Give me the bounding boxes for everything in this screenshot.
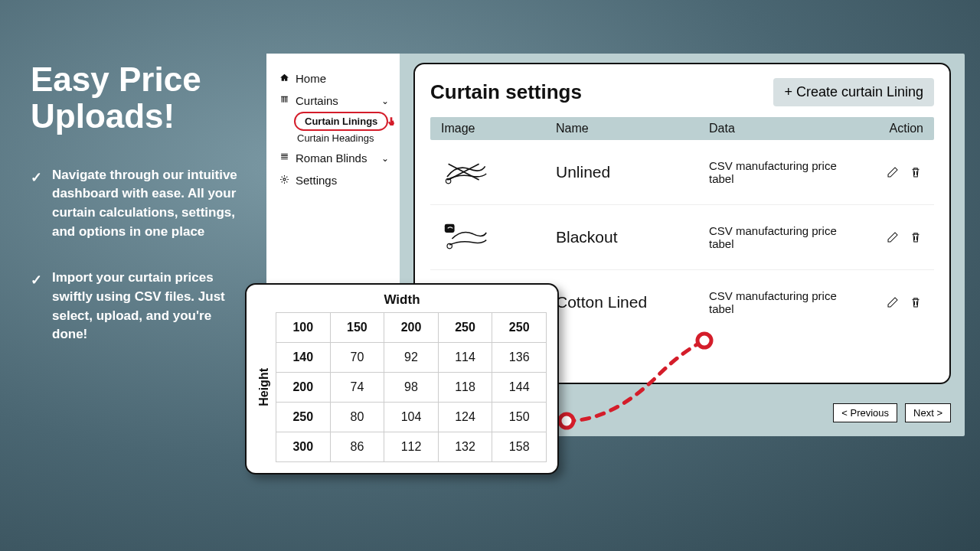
price-table-popup: Width Height 100 150 200 250 250 140 70 … (245, 283, 559, 474)
col-header: 150 (330, 313, 384, 343)
marketing-title: Easy Price Uploads! (31, 61, 245, 135)
panel-title: Curtain settings (430, 80, 582, 104)
lining-image-blackout (441, 219, 556, 256)
price-cell: 132 (438, 432, 492, 462)
price-cell: 112 (384, 432, 439, 462)
chevron-down-icon: ⌄ (381, 153, 394, 164)
sub-item-label: Curtain Linings (305, 116, 377, 127)
row-header: 300 (276, 432, 331, 462)
width-axis-label: Width (257, 292, 547, 308)
prev-button[interactable]: < Previous (833, 403, 897, 422)
sidebar-item-label: Roman Blinds (296, 152, 367, 165)
col-data: Data (709, 122, 862, 135)
check-icon: ✓ (31, 269, 43, 344)
price-cell: 74 (330, 373, 384, 403)
delete-button[interactable] (908, 165, 923, 180)
sidebar-item-label: Settings (296, 174, 337, 187)
row-data: CSV manufacturing price tabel (709, 289, 862, 315)
price-table: 100 150 200 250 250 140 70 92 114 136 20… (276, 312, 547, 462)
curtains-icon (279, 95, 289, 107)
bullet-text: Import your curtain prices swiftly using… (52, 269, 245, 344)
price-cell: 158 (492, 432, 547, 462)
price-cell: 70 (330, 343, 384, 373)
delete-button[interactable] (908, 295, 923, 310)
check-icon: ✓ (31, 166, 43, 242)
price-cell: 104 (384, 403, 439, 432)
price-cell: 92 (384, 343, 439, 373)
marketing-bullet: ✓ Navigate through our intuitive dashboa… (31, 166, 245, 242)
price-cell: 136 (492, 343, 547, 373)
marketing-column: Easy Price Uploads! ✓ Navigate through o… (31, 61, 245, 372)
sidebar-item-settings[interactable]: Settings (276, 169, 397, 191)
col-action: Action (862, 122, 923, 135)
sidebar-item-home[interactable]: Home (276, 67, 397, 90)
price-cell: 114 (438, 343, 492, 373)
price-cell: 118 (438, 373, 492, 403)
sidebar-sub-curtain-linings[interactable]: Curtain Linings (294, 112, 388, 131)
svg-point-0 (283, 178, 285, 180)
delete-button[interactable] (908, 230, 923, 245)
gear-icon (279, 174, 289, 187)
chevron-down-icon: ⌄ (381, 96, 394, 106)
pager: < Previous Next > (833, 403, 951, 422)
row-name: Blackout (556, 228, 709, 246)
lining-image-unlined (441, 154, 556, 191)
blinds-icon (279, 152, 289, 165)
price-cell: 124 (438, 403, 492, 432)
edit-button[interactable] (885, 230, 900, 245)
table-header: Image Name Data Action (430, 117, 934, 140)
svg-rect-4 (445, 224, 455, 233)
sub-item-label: Curtain Headings (297, 132, 374, 144)
edit-button[interactable] (885, 165, 900, 180)
sidebar-sub-curtain-headings[interactable]: Curtain Headings (276, 131, 397, 147)
col-header: 100 (276, 313, 331, 343)
sidebar-item-curtains[interactable]: Curtains ⌄ (276, 90, 397, 112)
col-image: Image (441, 122, 556, 135)
row-header: 250 (276, 403, 331, 432)
col-header: 200 (384, 313, 439, 343)
next-button[interactable]: Next > (905, 403, 951, 422)
row-data: CSV manufacturing price tabel (709, 224, 862, 250)
sidebar-item-label: Curtains (296, 94, 338, 107)
col-header: 250 (438, 313, 492, 343)
home-icon (279, 73, 289, 85)
row-header: 200 (276, 373, 331, 403)
price-cell: 98 (384, 373, 439, 403)
price-cell: 86 (330, 432, 384, 462)
row-name: Unlined (556, 163, 709, 181)
col-name: Name (556, 122, 709, 135)
col-header: 250 (492, 313, 547, 343)
table-row: Unlined CSV manufacturing price tabel (430, 140, 934, 205)
row-name: Cotton Lined (556, 293, 709, 311)
height-axis-label: Height (257, 368, 271, 406)
table-row: Blackout CSV manufacturing price tabel (430, 205, 934, 270)
pointer-cursor-icon (385, 116, 397, 131)
price-cell: 150 (492, 403, 547, 432)
price-cell: 144 (492, 373, 547, 403)
row-data: CSV manufacturing price tabel (709, 159, 862, 185)
marketing-bullet: ✓ Import your curtain prices swiftly usi… (31, 269, 245, 344)
create-lining-button[interactable]: + Create curtain Lining (773, 78, 934, 106)
row-header: 140 (276, 343, 331, 373)
price-cell: 80 (330, 403, 384, 432)
bullet-text: Navigate through our intuitive dashboard… (52, 166, 245, 242)
sidebar-item-label: Home (296, 72, 326, 85)
edit-button[interactable] (885, 295, 900, 310)
sidebar-item-roman-blinds[interactable]: Roman Blinds ⌄ (276, 147, 397, 169)
